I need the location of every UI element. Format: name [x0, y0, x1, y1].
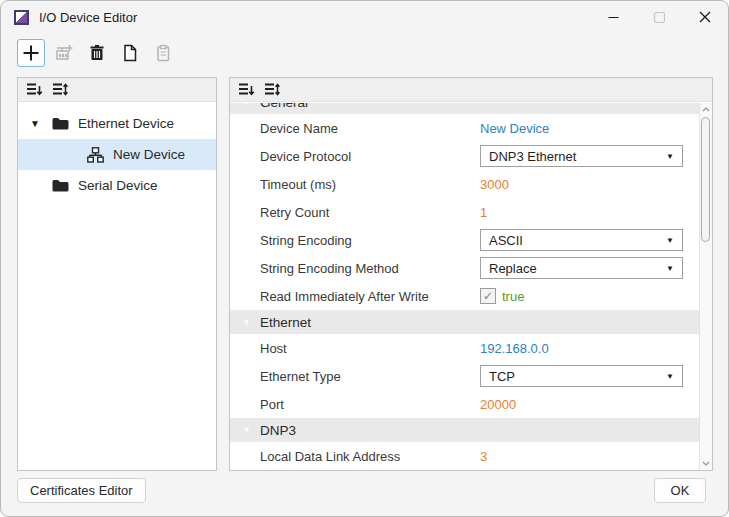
section-header-dnp3[interactable]: ▼ DNP3	[230, 418, 699, 442]
checkbox-value-label: true	[502, 289, 524, 304]
paste-device-button[interactable]	[149, 39, 177, 67]
folder-icon	[52, 179, 69, 192]
property-grid-panel: ▼ General Device Name New Device Device …	[229, 77, 713, 471]
close-icon	[699, 11, 711, 23]
io-device-editor-window: I/O Device Editor	[0, 0, 729, 517]
string-encoding-method-dropdown[interactable]: Replace ▼	[480, 257, 683, 279]
property-label: Local Data Link Address	[260, 449, 480, 464]
add-device-icon	[54, 43, 74, 63]
string-encoding-dropdown[interactable]: ASCII ▼	[480, 229, 683, 251]
properties-toolbar-strip	[230, 78, 712, 102]
property-row-string-encoding-method: String Encoding Method Replace ▼	[230, 254, 699, 282]
property-label: Device Name	[260, 121, 480, 136]
check-icon: ✓	[483, 289, 493, 303]
network-device-icon	[87, 147, 104, 163]
scroll-down-icon[interactable]	[700, 457, 712, 470]
tree-item-new-device[interactable]: New Device	[18, 139, 216, 170]
sort-descending-icon[interactable]	[238, 82, 255, 97]
sort-ascending-descending-icon[interactable]	[52, 82, 69, 97]
plus-icon	[22, 44, 40, 62]
section-collapse-icon[interactable]: ▼	[242, 103, 260, 107]
property-row-device-name: Device Name New Device	[230, 114, 699, 142]
copy-device-button[interactable]	[116, 39, 144, 67]
property-label: Timeout (ms)	[260, 177, 480, 192]
dropdown-value: Replace	[489, 261, 537, 276]
tree-expander-icon[interactable]: ▼	[30, 118, 52, 129]
copy-icon	[121, 44, 139, 62]
scroll-up-icon[interactable]	[700, 103, 712, 116]
section-title: General	[260, 103, 308, 110]
property-label: Retry Count	[260, 205, 480, 220]
app-logo-icon	[14, 10, 29, 25]
section-collapse-icon[interactable]: ▼	[242, 425, 260, 435]
property-label: Read Immediately After Write	[260, 289, 480, 304]
section-title: DNP3	[260, 423, 296, 438]
section-header-general[interactable]: ▼ General	[230, 103, 699, 114]
chevron-down-icon: ▼	[666, 264, 674, 273]
properties-content: ▼ General Device Name New Device Device …	[230, 103, 699, 470]
tree-toolbar-strip	[18, 78, 216, 102]
property-label: String Encoding Method	[260, 261, 480, 276]
host-value[interactable]: 192.168.0.0	[480, 341, 549, 356]
properties-viewport: ▼ General Device Name New Device Device …	[230, 103, 699, 470]
device-tree-panel: ▼ Ethernet Device New Device	[17, 77, 217, 471]
property-row-read-immediately: Read Immediately After Write ✓ true	[230, 282, 699, 310]
minimize-icon	[608, 12, 619, 23]
read-immediately-checkbox[interactable]: ✓	[480, 288, 496, 304]
paste-icon	[154, 44, 172, 62]
port-value[interactable]: 20000	[480, 397, 516, 412]
property-label: Host	[260, 341, 480, 356]
property-label: String Encoding	[260, 233, 480, 248]
chevron-down-icon: ▼	[666, 152, 674, 161]
property-row-port: Port 20000	[230, 390, 699, 418]
local-data-link-address-value[interactable]: 3	[480, 449, 487, 464]
property-row-string-encoding: String Encoding ASCII ▼	[230, 226, 699, 254]
chevron-down-icon: ▼	[666, 236, 674, 245]
section-title: Ethernet	[260, 315, 311, 330]
window-controls	[590, 1, 728, 33]
retry-count-value[interactable]: 1	[480, 205, 487, 220]
property-label: Port	[260, 397, 480, 412]
property-label: Device Protocol	[260, 149, 480, 164]
titlebar: I/O Device Editor	[1, 1, 728, 33]
tree-item-ethernet-device[interactable]: ▼ Ethernet Device	[18, 108, 216, 139]
device-protocol-dropdown[interactable]: DNP3 Ethernet ▼	[480, 145, 683, 167]
dropdown-value: DNP3 Ethernet	[489, 149, 576, 164]
property-row-local-data-link-address: Local Data Link Address 3	[230, 442, 699, 470]
add-child-device-button[interactable]	[50, 39, 78, 67]
delete-device-button[interactable]	[83, 39, 111, 67]
section-header-ethernet[interactable]: ▼ Ethernet	[230, 310, 699, 334]
window-title: I/O Device Editor	[39, 10, 137, 25]
property-row-device-protocol: Device Protocol DNP3 Ethernet ▼	[230, 142, 699, 170]
property-row-ethernet-type: Ethernet Type TCP ▼	[230, 362, 699, 390]
tree-item-label: New Device	[113, 147, 185, 162]
minimize-button[interactable]	[590, 1, 636, 33]
sort-ascending-descending-icon[interactable]	[264, 82, 281, 97]
maximize-icon	[654, 12, 665, 23]
tree-item-serial-device[interactable]: Serial Device	[18, 170, 216, 201]
property-row-timeout: Timeout (ms) 3000	[230, 170, 699, 198]
close-button[interactable]	[682, 1, 728, 33]
trash-icon	[88, 44, 106, 62]
dropdown-value: ASCII	[489, 233, 523, 248]
scrollbar-thumb[interactable]	[701, 117, 710, 242]
certificates-editor-button[interactable]: Certificates Editor	[17, 478, 146, 503]
device-name-value[interactable]: New Device	[480, 121, 549, 136]
property-label: Ethernet Type	[260, 369, 480, 384]
timeout-value[interactable]: 3000	[480, 177, 509, 192]
dropdown-value: TCP	[489, 369, 515, 384]
ok-button[interactable]: OK	[654, 478, 706, 503]
section-collapse-icon[interactable]: ▼	[242, 317, 260, 327]
ethernet-type-dropdown[interactable]: TCP ▼	[480, 365, 683, 387]
toolbar	[17, 39, 177, 67]
property-row-retry-count: Retry Count 1	[230, 198, 699, 226]
maximize-button[interactable]	[636, 1, 682, 33]
tree-item-label: Ethernet Device	[78, 116, 174, 131]
properties-scrollbar[interactable]	[699, 103, 712, 470]
device-tree: ▼ Ethernet Device New Device	[18, 103, 216, 470]
sort-descending-icon[interactable]	[26, 82, 43, 97]
add-device-button[interactable]	[17, 39, 45, 67]
property-row-host: Host 192.168.0.0	[230, 334, 699, 362]
tree-item-label: Serial Device	[78, 178, 158, 193]
chevron-down-icon: ▼	[666, 372, 674, 381]
